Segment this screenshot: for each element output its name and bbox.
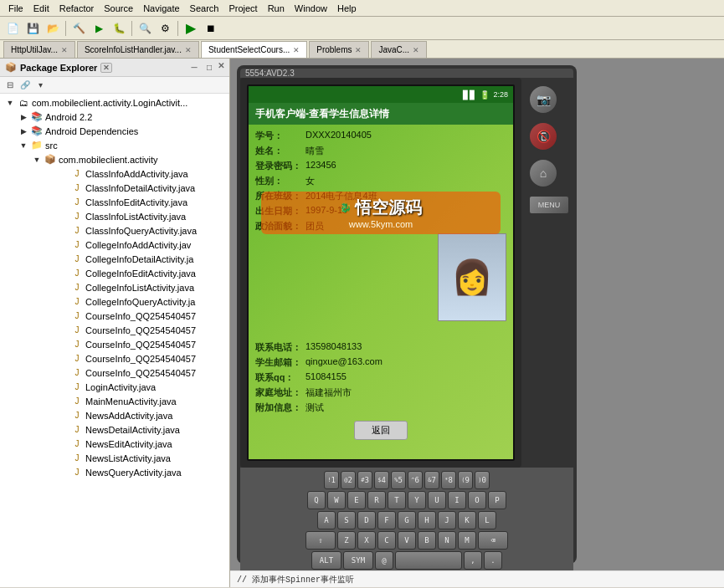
tree-classinfolist[interactable]: ▶ J ClassInfoListActivity.java [0,209,229,223]
kb-key-q[interactable]: Q [307,491,326,509]
kb-key-at[interactable]: @ [375,551,393,570]
kb-key-m[interactable]: M [458,531,476,550]
kb-key-f[interactable]: F [377,511,396,529]
link-editor-btn[interactable]: 🔗 [18,79,32,92]
kb-key-backspace[interactable]: ⌫ [478,531,508,550]
menu-window[interactable]: Window [290,2,332,15]
tree-classinfoquery[interactable]: ▶ J ClassInfoQueryActivity.java [0,223,229,238]
kb-key-p[interactable]: P [488,491,506,509]
tab-httputil[interactable]: HttpUtilJav... ✕ [3,41,75,58]
kb-key-a[interactable]: A [317,511,336,529]
tree-pkg[interactable]: ▼ 📦 com.mobileclient.activity [0,152,229,166]
menu-help[interactable]: Help [332,2,362,15]
kb-key-s[interactable]: S [337,511,356,529]
kb-key-period[interactable]: . [484,551,502,570]
toolbar-open[interactable]: 📂 [44,19,62,38]
camera-button[interactable]: 📷 [528,84,558,115]
phone-end-button[interactable]: 📵 [528,121,558,151]
toolbar-stop[interactable]: ⏹ [202,19,220,38]
menu-refactor[interactable]: Refactor [54,2,100,15]
kb-key-8[interactable]: *8 [441,471,456,489]
tab-scoreinfolisthandler[interactable]: ScoreInfoListHandler.jav... ✕ [77,41,199,58]
panel-maximize[interactable]: □ [203,61,216,74]
kb-key-x[interactable]: X [357,531,376,550]
kb-key-3[interactable]: #3 [357,471,372,489]
toolbar-run2[interactable]: ▶ [182,19,200,38]
menu-edit[interactable]: Edit [28,2,54,15]
kb-key-comma[interactable]: , [464,551,482,570]
tree-newsqueryactivity[interactable]: ▶ J NewsQueryActivity.java [0,465,229,479]
tree-newsdetailactivity[interactable]: ▶ J NewsDetailActivity.java [0,422,229,437]
tree-collegeinfodetail[interactable]: ▶ J CollegeInfoDetailActivity.ja [0,252,229,266]
tab-scoreinfolisthandler-close[interactable]: ✕ [185,46,192,54]
tree-courseinfo5[interactable]: ▶ J CourseInfo_QQ254540457 [0,366,229,380]
menu-source[interactable]: Source [99,2,138,15]
toolbar-build[interactable]: 🔨 [69,19,88,38]
kb-key-g[interactable]: G [398,511,416,529]
tree-root[interactable]: ▼ 🗂 com.mobileclient.activity.LoginActiv… [0,95,229,110]
tab-httputil-close[interactable]: ✕ [61,46,68,54]
kb-key-w[interactable]: W [327,491,346,509]
tree-newslistactivity[interactable]: ▶ J NewsListActivity.java [0,451,229,465]
kb-key-h[interactable]: H [418,511,436,529]
kb-key-sym[interactable]: SYM [343,551,373,570]
back-button[interactable]: 返回 [354,421,408,440]
kb-key-j[interactable]: J [438,511,456,529]
tab-problems[interactable]: Problems ✕ [309,41,369,58]
menu-navigate[interactable]: Navigate [138,2,184,15]
kb-key-t[interactable]: T [388,491,406,509]
kb-key-b[interactable]: B [418,531,436,550]
tab-studentselectcours-close[interactable]: ✕ [293,46,300,54]
tree-android22-expand[interactable]: ▶ [17,110,30,124]
tree-courseinfo3[interactable]: ▶ J CourseInfo_QQ254540457 [0,337,229,351]
tree-pkg-expand[interactable]: ▼ [30,153,44,166]
kb-key-1[interactable]: !1 [324,471,339,489]
tree-courseinfo2[interactable]: ▶ J CourseInfo_QQ254540457 [0,323,229,337]
toolbar-new[interactable]: 📄 [3,19,22,38]
kb-key-6[interactable]: ^6 [408,471,423,489]
kb-key-2[interactable]: @2 [341,471,356,489]
kb-key-e[interactable]: E [347,491,366,509]
tree-classinfoadd[interactable]: ▶ J ClassInfoAddActivity.java [0,166,229,181]
kb-key-o[interactable]: O [468,491,486,509]
kb-key-4[interactable]: $4 [374,471,389,489]
kb-key-v[interactable]: V [398,531,416,550]
tree-classinfodetail[interactable]: ▶ J ClassInfoDetailActivity.java [0,181,229,195]
tree-newsaddactivity[interactable]: ▶ J NewsAddActivity.java [0,408,229,422]
tree-android22[interactable]: ▶ 📚 Android 2.2 [0,110,229,124]
kb-key-r[interactable]: R [367,491,386,509]
kb-key-9[interactable]: (9 [458,471,473,489]
kb-key-c[interactable]: C [377,531,396,550]
tree-androiddeps-expand[interactable]: ▶ [17,125,30,138]
menu-run[interactable]: Run [263,2,290,15]
panel-minimize[interactable]: ─ [187,61,201,74]
tree-collegeinfoquery[interactable]: ▶ J CollegeInfoQueryActivity.ja [0,294,229,309]
tree-newseditactivity[interactable]: ▶ J NewsEditActivity.java [0,437,229,451]
tree-classinfoedit[interactable]: ▶ J ClassInfoEditActivity.java [0,195,229,209]
kb-key-n[interactable]: N [438,531,456,550]
menu-project[interactable]: Project [223,2,262,15]
toolbar-debug[interactable]: 🐛 [110,19,128,38]
kb-key-k[interactable]: K [458,511,476,529]
tab-javac-close[interactable]: ✕ [413,46,419,54]
toolbar-run[interactable]: ▶ [90,19,108,38]
tree-courseinfo4[interactable]: ▶ J CourseInfo_QQ254540457 [0,351,229,366]
tree-mainmenuactivity[interactable]: ▶ J MainMenuActivity.java [0,394,229,408]
menu-file[interactable]: File [3,2,28,15]
tab-javac[interactable]: JavaC... ✕ [371,41,427,58]
home-button[interactable]: ⌂ [528,158,558,188]
kb-key-d[interactable]: D [357,511,376,529]
tree-src[interactable]: ▼ 📁 src [0,138,229,152]
tree-root-expand[interactable]: ▼ [3,96,17,110]
collapse-all-btn[interactable]: ⊟ [3,79,17,92]
kb-key-shift[interactable]: ⇧ [306,531,336,550]
menu-search[interactable]: Search [185,2,224,15]
tree-collegeinfoadd[interactable]: ▶ J CollegeInfoAddActivity.jav [0,238,229,252]
package-tree[interactable]: ▼ 🗂 com.mobileclient.activity.LoginActiv… [0,94,229,587]
tab-problems-close[interactable]: ✕ [355,46,362,54]
kb-key-5[interactable]: %5 [391,471,406,489]
panel-close[interactable]: ✕ [218,61,224,74]
toolbar-search[interactable]: 🔍 [136,19,154,38]
toolbar-save[interactable]: 💾 [23,19,42,38]
kb-key-l[interactable]: L [478,511,496,529]
